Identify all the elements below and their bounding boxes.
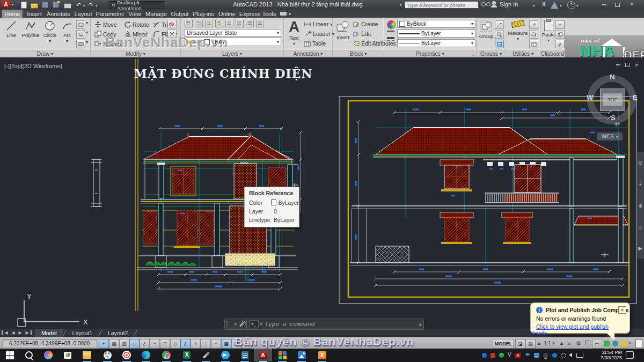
ellipse-tool-button[interactable] xyxy=(76,30,85,39)
rect-chevron-icon[interactable]: ▾ xyxy=(86,20,88,29)
layer-isolate-icon[interactable] xyxy=(205,20,213,27)
tab-express-tools[interactable]: Express Tools xyxy=(238,10,277,18)
workspace-switcher[interactable]: ⚙ Drafting & Annotation ▾ xyxy=(109,1,165,9)
tab-layout2[interactable]: Layout2 xyxy=(101,329,134,337)
gridlines-toggle[interactable]: ▥ xyxy=(119,339,129,349)
tray-blue-circle-icon[interactable] xyxy=(552,353,557,358)
modify-panel-label[interactable]: Modify▾ xyxy=(91,50,180,57)
close-button[interactable]: × xyxy=(630,1,634,8)
first-tab-button[interactable]: ◀ xyxy=(2,330,10,335)
infocenter-toggle-icon[interactable]: ▸ xyxy=(400,1,402,9)
last-tab-button[interactable]: ▶ xyxy=(24,330,32,335)
tray-volume-icon[interactable] xyxy=(569,353,572,357)
save-button[interactable] xyxy=(41,1,49,9)
lineweight-icon[interactable] xyxy=(387,31,394,39)
move-button[interactable]: Move xyxy=(94,21,117,28)
tray-shield-icon[interactable] xyxy=(543,353,548,359)
taskbar-photos-button[interactable] xyxy=(295,349,308,361)
hatch-tool-button[interactable] xyxy=(76,40,85,48)
model-space-button[interactable]: MODEL xyxy=(493,339,514,349)
tab-layout1[interactable]: Layout1 xyxy=(66,329,99,337)
help-chevron-icon[interactable]: ▾ xyxy=(576,2,579,10)
signin-person-icon[interactable] xyxy=(492,1,496,5)
taskbar-search-button[interactable] xyxy=(23,349,35,361)
tab-annotate[interactable]: Annotate xyxy=(45,10,72,18)
tray-plot-icon[interactable] xyxy=(604,341,610,346)
osnap-angle-toggle[interactable]: ∠ xyxy=(180,339,191,349)
restore-button[interactable] xyxy=(615,3,620,7)
properties-dialog-launcher-icon[interactable]: ⌟ xyxy=(472,51,474,56)
tray-outline-icon[interactable] xyxy=(561,353,566,358)
annotation-panel-label[interactable]: Annotation▾ xyxy=(284,50,332,57)
nav-wheel-icon[interactable]: ◎ xyxy=(638,160,642,165)
viewcube-top-face[interactable]: TOP xyxy=(600,88,625,111)
tab-output[interactable]: Output xyxy=(169,10,191,18)
taskbar-pen-app-button[interactable] xyxy=(200,349,213,361)
taskbar-telegram-button[interactable] xyxy=(219,349,232,361)
status-menu-chevron-icon[interactable]: ▾ xyxy=(629,339,631,348)
circle-button[interactable]: Circle ▾ xyxy=(42,20,58,43)
column-detail[interactable] xyxy=(91,159,102,206)
taskbar-xshell-button[interactable]: X xyxy=(316,349,328,361)
otrack-toggle[interactable]: + xyxy=(211,339,221,349)
leader-button[interactable]: Leader ▾ xyxy=(304,31,334,37)
ribbon-display-icon[interactable] xyxy=(280,12,287,16)
save-as-button[interactable] xyxy=(52,1,60,9)
autodesk360-icon[interactable] xyxy=(551,2,558,9)
taskbar-paint-button[interactable] xyxy=(101,349,114,361)
workspace-gear-status-icon[interactable]: ⚙ xyxy=(576,339,581,348)
hatch-chevron-icon[interactable]: ▾ xyxy=(86,40,88,48)
minimize-button[interactable] xyxy=(602,4,606,5)
exchange-apps-icon[interactable]: X xyxy=(540,1,547,8)
taskbar-store-button[interactable] xyxy=(61,349,74,361)
scale-chevron-icon[interactable]: ▾ xyxy=(553,339,555,348)
arc-button[interactable]: Arc ▾ xyxy=(60,20,74,43)
group-selection-toggle[interactable] xyxy=(495,40,504,48)
command-recent-chevron-icon[interactable]: ▾ xyxy=(260,322,262,327)
command-customize-icon[interactable] xyxy=(239,322,244,327)
tray-red-app-icon[interactable] xyxy=(491,353,495,358)
isodraft-toggle[interactable]: ¬ xyxy=(150,339,160,349)
layer-freeze-icon[interactable] xyxy=(225,20,233,27)
drawings-quickview-icon[interactable]: ▤ xyxy=(525,339,536,349)
nav-orbit-icon[interactable]: ◇ xyxy=(639,225,642,230)
groups-panel-label[interactable]: Groups▾ xyxy=(477,50,506,57)
rectangle-tool-button[interactable] xyxy=(76,20,85,29)
measure-button[interactable]: Measure ▾ xyxy=(508,21,528,41)
erase-button[interactable] xyxy=(167,20,177,28)
search-input[interactable] xyxy=(405,2,478,8)
layers-panel-label[interactable]: Layers▾ xyxy=(181,50,283,57)
taskbar-excel-button[interactable]: X xyxy=(180,349,193,361)
autocad-logo-icon[interactable]: A xyxy=(2,1,10,9)
nav-pan-icon[interactable]: ＋ xyxy=(638,181,643,188)
ribbon-display-chevron-icon[interactable]: ▾ xyxy=(289,12,291,17)
doc-restore-button[interactable] xyxy=(625,63,630,67)
text-button[interactable]: A Text ▾ xyxy=(287,19,302,46)
polyedit-toggle[interactable]: ◇ xyxy=(170,339,180,349)
open-button[interactable] xyxy=(30,1,38,9)
polyline-button[interactable]: Polyline xyxy=(20,20,41,38)
taskbar-office-hub-button[interactable] xyxy=(276,349,289,361)
tab-insert[interactable]: Insert xyxy=(25,10,44,18)
notification-close-button[interactable]: × xyxy=(618,306,626,314)
viewport-controls[interactable]: [-][Top][2D Wireframe] xyxy=(4,63,62,69)
annotation-scale-icon[interactable]: ▲ xyxy=(537,339,541,348)
doc-close-button[interactable]: × xyxy=(635,62,638,68)
tab-model[interactable]: Model xyxy=(35,329,63,337)
tab-manage[interactable]: Manage xyxy=(144,10,169,18)
tab-parametric[interactable]: Parametric xyxy=(94,10,126,18)
notification-link[interactable]: Click to view plot and publish details..… xyxy=(531,323,609,336)
command-input[interactable] xyxy=(264,320,417,328)
annotation-toggle[interactable]: / xyxy=(191,339,201,349)
tab-view[interactable]: View xyxy=(126,10,144,18)
taskbar-edge-button[interactable] xyxy=(140,349,152,361)
perpendicular-toggle[interactable]: ⊥ xyxy=(201,339,211,349)
tray-grid-app-icon[interactable] xyxy=(534,353,539,358)
signin-chevron-icon[interactable]: ▾ xyxy=(533,2,535,10)
group-edit-button[interactable] xyxy=(495,30,504,39)
tray-v-app-icon[interactable]: V xyxy=(508,352,511,358)
paste-button[interactable]: Paste ▾ xyxy=(541,20,555,43)
grid-toggle[interactable]: ▦ xyxy=(109,339,119,349)
nav-zoom-icon[interactable]: ⊕ xyxy=(638,203,642,209)
redo-button[interactable]: ↷ xyxy=(89,1,93,9)
